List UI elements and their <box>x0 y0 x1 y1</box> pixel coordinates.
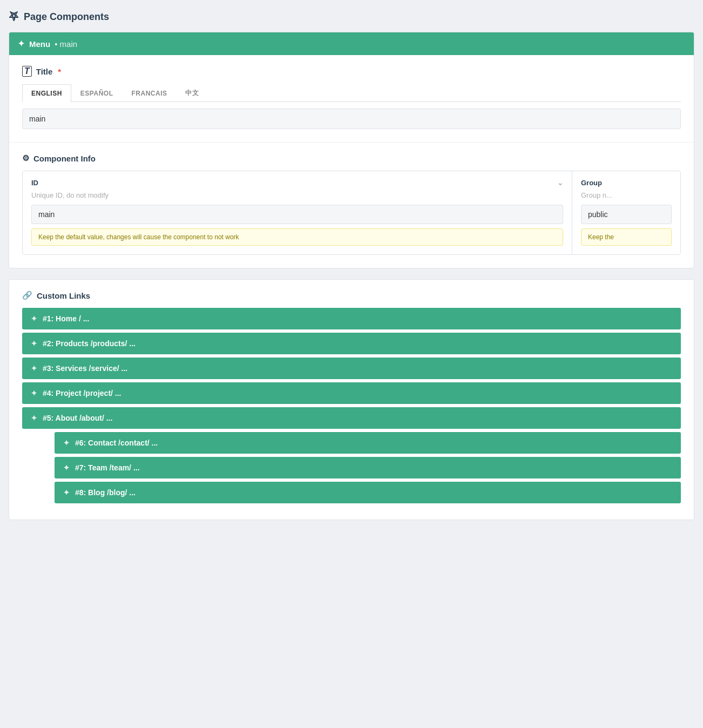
link-item-7[interactable]: ✦ #7: Team /team/ ... <box>55 457 681 478</box>
component-info-label: ⚙ Component Info <box>22 153 681 163</box>
info-table-row: ID ⌄ Unique ID, do not modify Keep the d… <box>23 171 680 254</box>
id-column: ID ⌄ Unique ID, do not modify Keep the d… <box>23 171 572 254</box>
group-warning: Keep the <box>581 228 672 246</box>
title-section: T Title * ENGLISH ESPAÑOL FRANCAIS 中文 <box>9 55 694 143</box>
component-info-section: ⚙ Component Info ID ⌄ Unique ID, do not … <box>9 143 694 268</box>
menu-header-sublabel: • main <box>55 39 77 49</box>
required-indicator: * <box>58 67 61 76</box>
page-title: ⛧ Page Components <box>9 11 694 23</box>
drag-handle-4: ✦ <box>31 389 37 397</box>
link-item-2[interactable]: ✦ #2: Products /products/ ... <box>22 333 681 354</box>
chevron-down-icon: ⌄ <box>557 179 563 187</box>
custom-links-label: 🔗 Custom Links <box>22 291 681 300</box>
gear-icon: ⚙ <box>22 153 29 163</box>
custom-links-section: 🔗 Custom Links ✦ #1: Home / ... ✦ #2: Pr… <box>9 280 694 520</box>
group-col-description: Group n... <box>581 191 672 199</box>
drag-handle-1: ✦ <box>31 314 37 323</box>
title-text-icon: T <box>22 66 32 77</box>
drag-handle-3: ✦ <box>31 364 37 373</box>
id-col-header: ID ⌄ <box>31 179 563 187</box>
id-warning: Keep the default value, changes will cau… <box>31 228 563 246</box>
link-item-1[interactable]: ✦ #1: Home / ... <box>22 308 681 329</box>
menu-header[interactable]: ✦ Menu • main <box>9 32 694 55</box>
custom-links-list: ✦ #1: Home / ... ✦ #2: Products /product… <box>22 308 681 503</box>
main-card: ✦ Menu • main T Title * ENGLISH ESPAÑOL … <box>9 32 694 268</box>
link-item-5[interactable]: ✦ #5: About /about/ ... <box>22 407 681 429</box>
drag-handle-7: ✦ <box>63 463 70 472</box>
title-input[interactable] <box>22 109 681 129</box>
tab-francais[interactable]: FRANCAIS <box>122 84 176 102</box>
link-icon: 🔗 <box>22 291 32 300</box>
component-info-table: ID ⌄ Unique ID, do not modify Keep the d… <box>22 171 681 255</box>
link-item-8[interactable]: ✦ #8: Blog /blog/ ... <box>55 482 681 503</box>
id-input[interactable] <box>31 205 563 224</box>
language-tabs: ENGLISH ESPAÑOL FRANCAIS 中文 <box>22 84 681 102</box>
drag-handle-8: ✦ <box>63 488 70 497</box>
drag-handle-6: ✦ <box>63 439 70 447</box>
menu-header-label: Menu <box>29 39 50 49</box>
tab-espanol[interactable]: ESPAÑOL <box>71 84 123 102</box>
id-col-description: Unique ID, do not modify <box>31 191 563 199</box>
group-input[interactable] <box>581 205 672 224</box>
link-item-6[interactable]: ✦ #6: Contact /contact/ ... <box>55 432 681 454</box>
page-components-icon: ⛧ <box>9 11 19 23</box>
link-item-3[interactable]: ✦ #3: Services /service/ ... <box>22 358 681 379</box>
drag-handle-2: ✦ <box>31 339 37 348</box>
menu-drag-icon: ✦ <box>18 39 25 49</box>
title-section-label: T Title * <box>22 66 681 77</box>
tab-english[interactable]: ENGLISH <box>22 84 71 102</box>
drag-handle-5: ✦ <box>31 414 37 422</box>
tab-chinese[interactable]: 中文 <box>176 84 208 102</box>
custom-links-card: 🔗 Custom Links ✦ #1: Home / ... ✦ #2: Pr… <box>9 279 694 520</box>
group-col-header: Group <box>581 179 672 187</box>
link-item-4[interactable]: ✦ #4: Project /project/ ... <box>22 382 681 404</box>
group-column: Group Group n... Keep the <box>572 171 680 254</box>
